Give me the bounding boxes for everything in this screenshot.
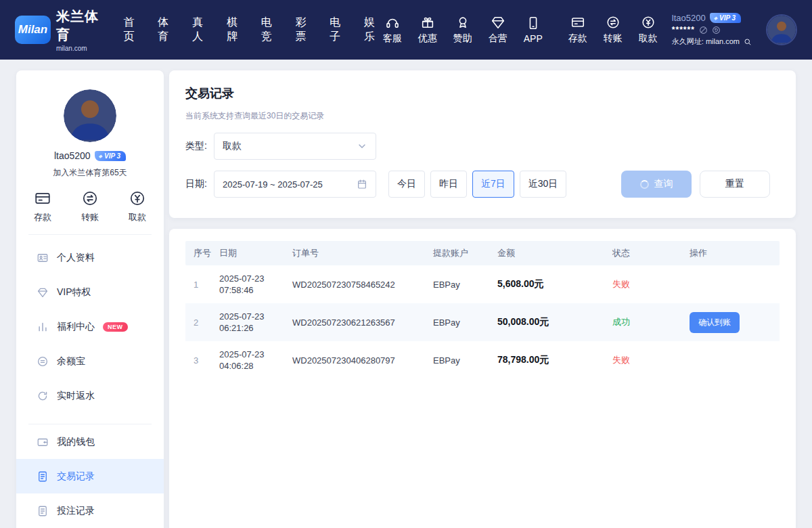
order-number: WD202507230758465242 — [292, 280, 433, 290]
user-info-block: ltao5200 VIP 3 ****** 永久网址: milan.com — [672, 13, 758, 47]
col-order: 订单号 — [292, 247, 433, 259]
partnership-button[interactable]: 合营 — [485, 15, 511, 45]
sidebar-item-yuebao[interactable]: 余额宝 — [16, 344, 164, 378]
quick-date-yesterday[interactable]: 昨日 — [430, 171, 467, 198]
nav-item-board[interactable]: 棋牌 — [227, 16, 242, 44]
balance-masked: ****** — [672, 25, 695, 35]
loading-spinner-icon — [640, 180, 649, 189]
wallet-icon — [37, 436, 49, 448]
piggy-bank-icon — [37, 355, 49, 368]
table-row: 2 2025-07-23 06:21:26 WD2025072306212635… — [185, 303, 780, 341]
customer-service-button[interactable]: 客服 — [380, 15, 405, 45]
sponsor-button[interactable]: 赞助 — [450, 15, 476, 45]
sidebar-quick-links: 存款 转账 取款 — [16, 190, 164, 223]
gem-icon — [37, 286, 49, 299]
sidebar-item-bets[interactable]: 投注记录 — [16, 493, 164, 528]
sidebar-menu: 个人资料 VIP特权 福利中心 NEW 余额宝 实时返水 我的钱包 交易记录 — [16, 240, 164, 528]
join-days-text: 加入米兰体育第65天 — [16, 167, 164, 179]
quick-date-group: 今日 昨日 近7日 近30日 — [388, 171, 566, 198]
table-row: 1 2025-07-23 07:58:46 WD2025072307584652… — [185, 265, 780, 303]
navbar-quick-actions: 客服 优惠 赞助 合营 APP 存款 转账 取款 — [380, 15, 661, 45]
transfer-button-top[interactable]: 转账 — [600, 15, 626, 45]
sidebar-deposit-button[interactable]: 存款 — [34, 190, 51, 223]
withdraw-account: EBPay — [433, 317, 497, 328]
table-header-row: 序号 日期 订单号 提款账户 金额 状态 操作 — [185, 241, 780, 265]
col-date: 日期 — [219, 247, 292, 259]
col-amount: 金额 — [497, 247, 612, 259]
nav-item-live[interactable]: 真人 — [192, 16, 208, 44]
col-index: 序号 — [185, 247, 219, 259]
withdraw-button-top[interactable]: 取款 — [635, 15, 661, 45]
nav-item-lottery[interactable]: 彩票 — [295, 16, 311, 44]
eye-off-icon[interactable] — [699, 26, 708, 35]
sidebar-item-wallet[interactable]: 我的钱包 — [16, 424, 164, 459]
refresh-icon — [37, 390, 49, 402]
username[interactable]: ltao5200 — [672, 13, 706, 23]
bar-chart-icon — [37, 321, 49, 333]
type-select[interactable]: 取款 — [214, 133, 376, 160]
page-title: 交易记录 — [185, 85, 780, 102]
avatar-image — [767, 16, 796, 44]
col-status: 状态 — [612, 247, 690, 259]
search-icon[interactable] — [744, 38, 752, 46]
sidebar-item-transactions[interactable]: 交易记录 — [16, 459, 164, 493]
sidebar: ltao5200 VIP 3 加入米兰体育第65天 存款 转账 取款 个人资料 … — [16, 70, 164, 528]
date-range-input[interactable]: 2025-07-19 ~ 2025-07-25 — [214, 171, 376, 198]
status-badge: 失败 — [612, 278, 690, 290]
logo[interactable]: Milan 米兰体育 milan.com — [15, 7, 104, 52]
col-action: 操作 — [690, 247, 780, 259]
nav-item-sports[interactable]: 体育 — [158, 16, 173, 44]
calendar-icon — [357, 179, 367, 190]
amount: 5,608.00元 — [497, 278, 612, 290]
reset-button[interactable]: 重置 — [700, 171, 770, 198]
withdraw-account: EBPay — [433, 280, 497, 290]
quick-date-today[interactable]: 今日 — [388, 171, 425, 198]
withdraw-account: EBPay — [433, 355, 497, 366]
logo-subtitle: milan.com — [56, 45, 104, 52]
sidebar-item-vip[interactable]: VIP特权 — [16, 275, 164, 309]
gift-icon — [420, 15, 435, 30]
coin-icon — [641, 15, 656, 30]
coin-icon — [129, 190, 146, 207]
date-label: 日期: — [185, 178, 214, 190]
permanent-url-label: 永久网址: milan.com — [672, 37, 740, 47]
chevron-down-icon — [357, 141, 367, 152]
deposit-button-top[interactable]: 存款 — [565, 15, 591, 45]
document-pencil-icon — [37, 505, 49, 517]
sidebar-transfer-button[interactable]: 转账 — [81, 190, 99, 223]
phone-icon — [526, 16, 541, 30]
app-download-button[interactable]: APP — [520, 16, 546, 44]
logo-icon: Milan — [15, 16, 51, 44]
confirm-received-button[interactable]: 确认到账 — [690, 312, 740, 333]
transactions-table-panel: 序号 日期 订单号 提款账户 金额 状态 操作 1 2025-07-23 07:… — [169, 229, 796, 528]
headset-icon — [385, 15, 400, 30]
nav-item-casino[interactable]: 娱乐 — [364, 16, 380, 44]
col-account: 提款账户 — [433, 247, 497, 259]
bank-card-icon — [570, 15, 585, 30]
sidebar-withdraw-button[interactable]: 取款 — [129, 190, 146, 223]
sidebar-item-rebate[interactable]: 实时返水 — [16, 378, 164, 413]
search-button[interactable]: 查询 — [621, 171, 692, 198]
nav-item-esports[interactable]: 电竞 — [261, 16, 277, 44]
quick-date-7days[interactable]: 近7日 — [472, 171, 514, 198]
nav-item-home[interactable]: 首页 — [124, 16, 139, 44]
transfer-icon — [81, 190, 99, 207]
status-badge: 失败 — [612, 354, 690, 366]
sidebar-item-profile[interactable]: 个人资料 — [16, 240, 164, 275]
nav-item-slots[interactable]: 电子 — [330, 16, 345, 44]
main-nav: 首页 体育 真人 棋牌 电竞 彩票 电子 娱乐 — [124, 16, 380, 44]
logo-title: 米兰体育 — [56, 7, 104, 44]
order-number: WD202507230621263567 — [292, 317, 433, 328]
avatar[interactable] — [766, 14, 797, 45]
sidebar-item-welfare[interactable]: 福利中心 NEW — [16, 309, 164, 344]
refresh-balance-icon[interactable] — [712, 26, 721, 35]
medal-icon — [455, 15, 470, 30]
profile-avatar[interactable] — [64, 89, 116, 142]
document-icon — [37, 470, 49, 483]
table-row: 3 2025-07-23 04:06:28 WD2025072304062807… — [185, 341, 780, 379]
promotions-button[interactable]: 优惠 — [415, 15, 441, 45]
type-label: 类型: — [185, 140, 214, 152]
quick-date-30days[interactable]: 近30日 — [520, 171, 567, 198]
status-badge: 成功 — [612, 316, 690, 328]
order-number: WD202507230406280797 — [292, 355, 433, 366]
